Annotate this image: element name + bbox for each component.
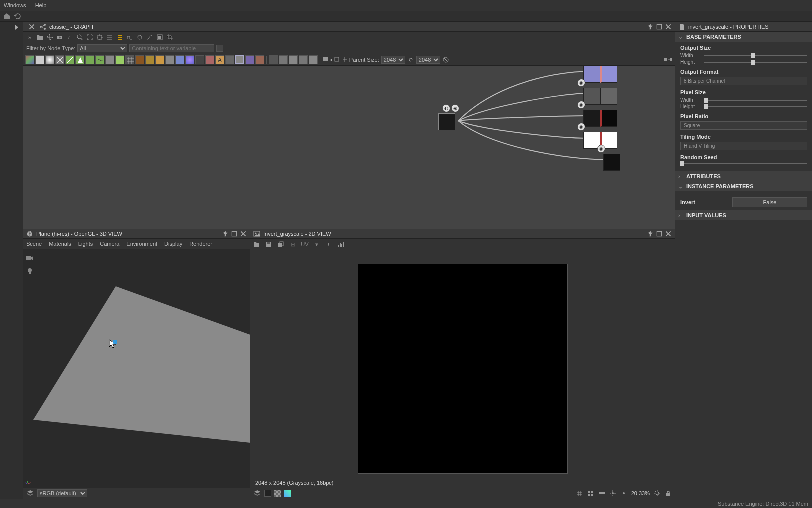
save-icon[interactable] [264, 240, 273, 249]
graph-node-height[interactable]: ◉ [603, 154, 620, 171]
menu-materials[interactable]: Materials [49, 241, 71, 247]
flow-toggle-icon[interactable] [664, 56, 673, 64]
tile-icon[interactable] [587, 490, 594, 497]
pixel-ratio-value[interactable]: Square [680, 122, 807, 130]
dot-icon[interactable] [620, 490, 627, 497]
palette-comment[interactable] [299, 56, 308, 64]
palette-dirblur[interactable] [75, 56, 84, 64]
parent-height-select[interactable]: 2048 [416, 56, 440, 64]
invert-value-button[interactable]: False [732, 198, 807, 208]
view3d-canvas[interactable] [23, 249, 250, 488]
route-icon[interactable] [125, 33, 134, 42]
palette-uniform[interactable] [225, 56, 234, 64]
filter-dropdown-button[interactable] [216, 45, 223, 52]
instance-params-header[interactable]: ⌄ INSTANCE PARAMETERS [675, 182, 812, 192]
filter-search-input[interactable] [129, 44, 214, 52]
home-icon[interactable] [3, 12, 11, 20]
camera-icon[interactable] [55, 33, 64, 42]
node-port-out[interactable]: ◉ [451, 104, 459, 112]
input-values-header[interactable]: › INPUT VALUES [675, 210, 812, 220]
expand-panel-icon[interactable] [14, 24, 21, 31]
node-port[interactable]: ◉ [597, 145, 605, 153]
histogram-icon[interactable] [336, 240, 345, 249]
menu-lights[interactable]: Lights [78, 241, 93, 247]
copy-icon[interactable] [276, 240, 285, 249]
palette-channels[interactable] [185, 56, 194, 64]
reload-icon[interactable] [135, 33, 144, 42]
axis-gizmo-icon[interactable] [25, 478, 33, 486]
attributes-header[interactable]: › ATTRIBUTES [675, 172, 812, 182]
node-port-in[interactable]: ◐ [442, 104, 450, 112]
chevrons-icon[interactable]: » [25, 33, 34, 42]
maximize-icon[interactable] [656, 230, 663, 238]
parent-width-select[interactable]: 2048 [381, 56, 405, 64]
stack-icon[interactable] [115, 33, 124, 42]
snap-icon[interactable] [95, 33, 104, 42]
frame-icon[interactable] [155, 33, 164, 42]
graph-canvas[interactable]: ◐ ◉ ◉ ◉ ◉ ◉ [23, 66, 675, 229]
view2d-canvas[interactable]: 2048 x 2048 (Grayscale, 16bpc) [250, 250, 675, 488]
output-height-slider[interactable] [704, 62, 807, 63]
palette-input[interactable] [269, 56, 278, 64]
pin-icon[interactable] [647, 230, 654, 238]
uv-dropdown-icon[interactable]: ▾ [312, 240, 321, 249]
info-icon[interactable]: i [324, 240, 333, 249]
split-icon[interactable]: ⊟ [288, 240, 297, 249]
show-frame-icon[interactable] [333, 56, 340, 64]
close-icon[interactable] [665, 24, 672, 30]
close-icon[interactable] [665, 230, 672, 238]
palette-normal[interactable] [235, 56, 244, 64]
open-icon[interactable] [252, 240, 261, 249]
random-seed-slider[interactable] [680, 164, 807, 164]
palette-hsl[interactable] [205, 56, 214, 64]
pixel-height-slider[interactable] [704, 106, 807, 108]
lock-icon[interactable] [665, 490, 672, 497]
palette-transform2d[interactable] [115, 56, 124, 64]
close-icon[interactable] [240, 230, 247, 238]
uv-label[interactable]: UV [300, 240, 309, 249]
search-icon[interactable] [75, 33, 84, 42]
show-dot-icon[interactable]: • [330, 57, 332, 63]
maximize-icon[interactable] [231, 230, 238, 238]
show-comments-icon[interactable] [322, 56, 329, 64]
folder-icon[interactable] [35, 33, 44, 42]
node-port[interactable]: ◉ [577, 123, 585, 131]
move-icon[interactable] [45, 33, 54, 42]
palette-valueproc[interactable] [155, 56, 164, 64]
grid-icon[interactable] [576, 490, 583, 497]
tiling-mode-value[interactable]: H and V Tiling [680, 142, 807, 150]
gear-icon[interactable] [654, 490, 661, 497]
palette-gradient[interactable] [45, 56, 54, 64]
filter-type-select[interactable]: All [77, 44, 127, 52]
swatch-black[interactable] [264, 490, 271, 497]
palette-pin[interactable] [309, 56, 318, 64]
menu-environment[interactable]: Environment [126, 241, 157, 247]
palette-text[interactable]: A [215, 56, 224, 64]
palette-sharpen[interactable] [85, 56, 94, 64]
layers-icon[interactable] [26, 490, 34, 498]
timing-icon[interactable] [341, 56, 348, 64]
menu-camera[interactable]: Camera [100, 241, 119, 247]
center-icon[interactable] [609, 490, 616, 497]
palette-grayscale[interactable] [195, 56, 204, 64]
graph-node-normal[interactable]: ◉ [583, 88, 617, 105]
pin-icon[interactable] [222, 230, 229, 238]
palette-distance[interactable] [245, 56, 254, 64]
output-width-slider[interactable] [704, 56, 807, 56]
close-tab-icon[interactable] [28, 24, 35, 30]
palette-frame[interactable] [289, 56, 298, 64]
palette-svg[interactable] [35, 56, 44, 64]
palette-curve[interactable] [175, 56, 184, 64]
palette-fxmap[interactable] [135, 56, 144, 64]
node-port[interactable]: ◉ [577, 79, 585, 87]
palette-output[interactable] [279, 56, 288, 64]
info-icon[interactable]: i [65, 33, 74, 42]
link-size-icon[interactable] [407, 56, 414, 64]
menu-renderer[interactable]: Renderer [189, 241, 212, 247]
palette-pixelproc[interactable] [145, 56, 154, 64]
palette-warp[interactable] [95, 56, 104, 64]
menu-windows[interactable]: Windows [4, 2, 26, 8]
palette-gradientmap[interactable] [255, 56, 264, 64]
swatch-gradient[interactable] [284, 490, 291, 497]
refresh-icon[interactable] [14, 12, 22, 20]
